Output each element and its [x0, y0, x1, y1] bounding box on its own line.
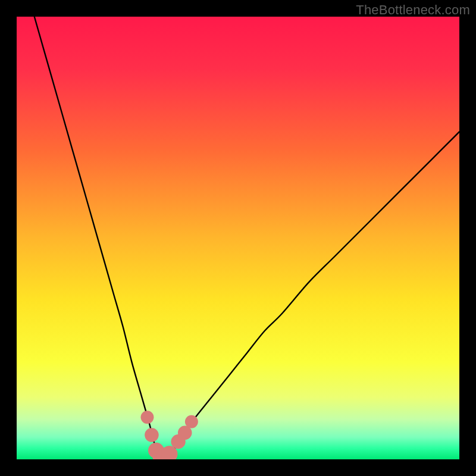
highlight-markers — [141, 411, 198, 459]
highlight-point — [145, 428, 159, 442]
highlight-point — [141, 411, 154, 424]
highlight-point — [185, 415, 198, 428]
curve-layer — [17, 17, 459, 459]
plot-area — [17, 17, 459, 459]
bottleneck-curve — [35, 17, 459, 459]
chart-frame: TheBottleneck.com — [0, 0, 476, 476]
watermark-text: TheBottleneck.com — [356, 2, 470, 18]
